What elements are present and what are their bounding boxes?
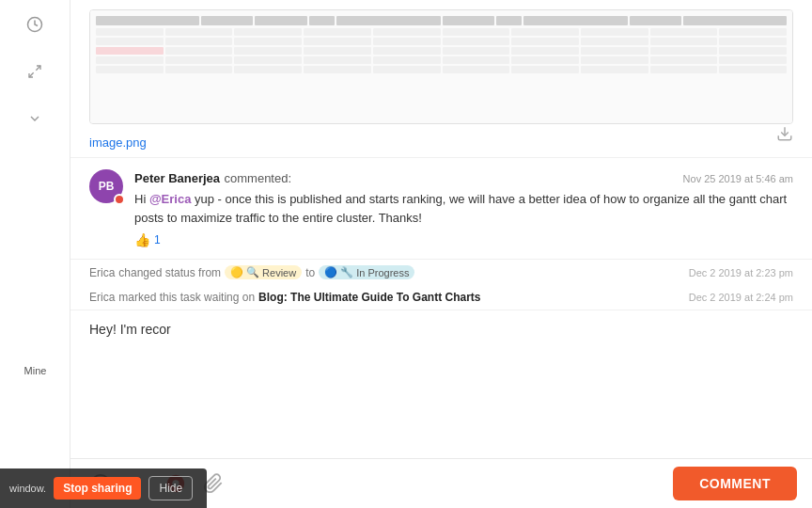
avatar-badge (114, 194, 125, 205)
status-from-label: Review (262, 267, 296, 278)
avatar-initials: PB (99, 180, 115, 193)
chevron-down-icon[interactable] (20, 103, 50, 134)
svg-line-2 (29, 72, 34, 77)
comment-input[interactable]: Hey! I'm recor (89, 320, 793, 357)
main-area: Mine (0, 0, 812, 508)
status-to-icon: 🔧 (340, 266, 353, 278)
stop-sharing-button[interactable]: Stop sharing (54, 477, 141, 500)
download-icon[interactable] (776, 125, 793, 146)
mine-label: Mine (24, 365, 47, 376)
status-change-row: Erica changed status from 🟡 🔍 Review to … (70, 260, 812, 285)
stop-sharing-bar: window. Stop sharing Hide (0, 468, 207, 508)
clock-icon[interactable] (20, 9, 50, 40)
commenter-name: Peter Banerjea (134, 171, 220, 185)
like-row: 👍 1 (134, 232, 793, 247)
comment-header: Peter Banerjea commented: Nov 25 2019 at… (134, 169, 793, 186)
expand-icon[interactable] (20, 56, 50, 87)
waiting-timestamp: Dec 2 2019 at 2:24 pm (689, 292, 793, 303)
status-from-badge: 🟡 🔍 Review (225, 265, 302, 279)
content-area: image.png PB Peter Ban (70, 0, 812, 508)
image-section: image.png (70, 0, 812, 157)
comment-body: Peter Banerjea commented: Nov 25 2019 at… (134, 169, 793, 247)
status-from-icon: 🔍 (246, 266, 259, 278)
sidebar-mine-section: Mine (0, 365, 70, 376)
waiting-link[interactable]: Blog: The Ultimate Guide To Gantt Charts (258, 291, 480, 304)
hide-button[interactable]: Hide (148, 476, 193, 500)
status-action: changed status from (118, 266, 221, 279)
commenter-action: commented: (225, 171, 292, 185)
avatar: PB (89, 169, 123, 203)
waiting-actor: Erica (89, 291, 115, 304)
comment-text: Hi @Erica yup - once this is published a… (134, 190, 793, 227)
waiting-row: Erica marked this task waiting on Blog: … (70, 285, 812, 310)
status-timestamp: Dec 2 2019 at 2:23 pm (689, 267, 793, 278)
status-to-emoji: 🔵 (324, 266, 337, 278)
svg-line-1 (36, 66, 40, 71)
input-area: Hey! I'm recor (70, 310, 812, 458)
status-from-emoji: 🟡 (230, 266, 243, 278)
mention[interactable]: @Erica (149, 192, 191, 206)
comment-timestamp: Nov 25 2019 at 5:46 am (683, 173, 793, 184)
like-count: 1 (154, 233, 161, 246)
status-actor: Erica (89, 266, 115, 279)
window-label: window. (9, 483, 46, 494)
comment-button[interactable]: COMMENT (673, 467, 797, 500)
waiting-action: marked this task waiting on (118, 291, 255, 304)
spreadsheet-image (90, 10, 792, 123)
image-filename[interactable]: image.png (89, 132, 147, 157)
like-icon[interactable]: 👍 (134, 232, 150, 247)
comment-block: PB Peter Banerjea commented: Nov 25 2019… (70, 158, 812, 260)
status-to-badge: 🔵 🔧 In Progress (319, 265, 414, 279)
status-to-label: In Progress (356, 267, 409, 278)
spreadsheet-preview (89, 9, 793, 124)
left-sidebar: Mine (0, 0, 70, 508)
